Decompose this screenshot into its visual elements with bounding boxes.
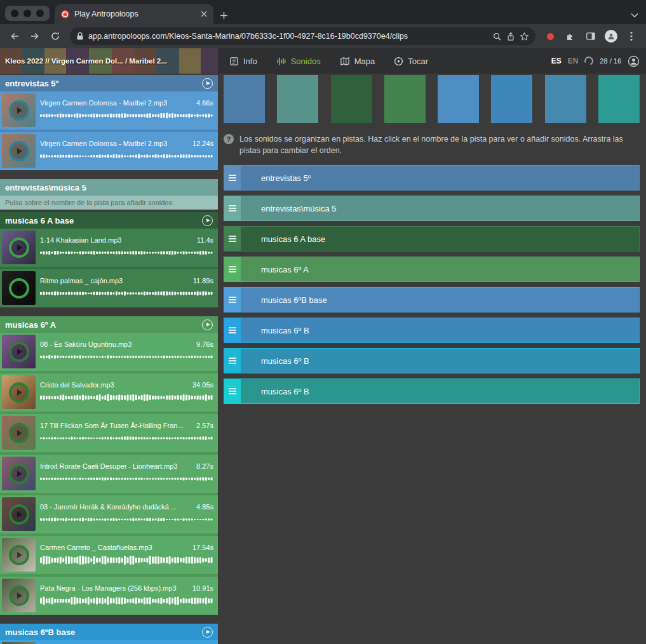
bookmark-star-icon[interactable] bbox=[520, 32, 529, 41]
drag-handle[interactable] bbox=[224, 227, 241, 251]
track-row[interactable]: musicas 6º B bbox=[224, 318, 640, 343]
clip-waveform[interactable] bbox=[40, 109, 213, 122]
clip-waveform[interactable] bbox=[40, 554, 213, 567]
track-color-swatch[interactable] bbox=[384, 75, 426, 123]
drag-handle[interactable] bbox=[224, 166, 241, 190]
clip[interactable]: 17 Till Flickan Som Är Tusen År-Halling … bbox=[0, 414, 218, 452]
clip[interactable]: Virgen Carmen Dolorosa - Maribel 2.mp34.… bbox=[0, 91, 218, 130]
drag-handle[interactable] bbox=[224, 318, 241, 342]
clip-play-icon[interactable] bbox=[9, 586, 29, 606]
tab-tocar[interactable]: Tocar bbox=[394, 57, 428, 66]
track-row[interactable]: entrevistas 5º bbox=[224, 165, 640, 191]
lang-en-button[interactable]: EN bbox=[568, 57, 579, 65]
track-header[interactable]: musicas 6ºB base bbox=[0, 624, 218, 640]
forward-button[interactable] bbox=[25, 27, 44, 46]
lang-es-button[interactable]: ES bbox=[551, 57, 562, 65]
share-icon[interactable] bbox=[506, 32, 515, 41]
back-button[interactable] bbox=[5, 27, 24, 46]
clip[interactable]: Carmen Carreto _ Castañuelas.mp317.54s bbox=[0, 536, 218, 574]
clip-waveform[interactable] bbox=[40, 432, 213, 445]
clip[interactable]: Pata Negra - Los Managers (256 kbps).mp3… bbox=[0, 577, 218, 615]
track-color-swatch[interactable] bbox=[545, 75, 586, 123]
play-track-button[interactable] bbox=[202, 215, 213, 226]
clip-duration: 12.24s bbox=[192, 140, 213, 147]
track-color-swatch[interactable] bbox=[598, 75, 640, 123]
track-section: musicas 6º A08 - Es Sakūru Uguntiņu.mp39… bbox=[0, 316, 218, 615]
track-header[interactable]: entrevistas 5º bbox=[0, 75, 218, 91]
tab-info[interactable]: Info bbox=[229, 57, 257, 66]
clip-waveform[interactable] bbox=[40, 150, 213, 163]
account-icon[interactable] bbox=[628, 55, 640, 67]
clip-waveform[interactable] bbox=[40, 351, 213, 363]
track-row[interactable]: musicas 6º B bbox=[224, 348, 640, 373]
tab-search-chevron-icon[interactable] bbox=[631, 13, 638, 18]
clip-waveform[interactable] bbox=[40, 287, 213, 300]
track-color-swatch[interactable] bbox=[491, 75, 532, 123]
track-header[interactable]: musicas 6 A base bbox=[0, 212, 218, 229]
tab-sonidos[interactable]: Sonidos bbox=[276, 57, 321, 66]
clip-play-icon[interactable] bbox=[9, 100, 29, 121]
recording-extension-icon[interactable] bbox=[541, 27, 560, 46]
extensions-puzzle-icon[interactable] bbox=[561, 27, 580, 46]
lock-icon[interactable] bbox=[76, 32, 84, 41]
breadcrumb[interactable]: Kleos 2022 // Virgen Carmen Dol... / Mar… bbox=[0, 48, 218, 74]
track-header[interactable]: entrevistas\música 5 bbox=[0, 179, 218, 196]
clip-waveform[interactable] bbox=[40, 473, 213, 485]
clip[interactable]: Cristo del Salvador.mp334.05s bbox=[0, 373, 218, 412]
track-row[interactable]: entrevistas\música 5 bbox=[224, 196, 640, 221]
menu-kebab-icon[interactable] bbox=[622, 27, 641, 46]
track-color-swatch[interactable] bbox=[224, 75, 265, 123]
zoom-window-button[interactable] bbox=[36, 10, 44, 17]
clip[interactable]: Ritmo palmas _ cajón.mp311.89s bbox=[0, 269, 218, 307]
clip-waveform[interactable] bbox=[40, 594, 213, 607]
play-track-button[interactable] bbox=[202, 78, 213, 89]
zoom-icon[interactable] bbox=[492, 32, 502, 41]
side-panel-icon[interactable] bbox=[581, 27, 600, 46]
clip-play-icon[interactable] bbox=[9, 342, 29, 362]
clip[interactable]: 1-14 Khakasian Land.mp311.4s bbox=[0, 229, 218, 267]
clip-play-icon[interactable] bbox=[9, 278, 29, 299]
track-color-swatch[interactable] bbox=[331, 75, 372, 123]
clip-play-icon[interactable] bbox=[9, 423, 29, 443]
clip[interactable]: 08 - Es Sakūru Uguntiņu.mp39.76s bbox=[0, 333, 218, 371]
clip[interactable]: BASE Pata Negra - Los Managers3.77s bbox=[0, 640, 218, 644]
track-color-swatch[interactable] bbox=[277, 75, 318, 123]
clip-waveform[interactable] bbox=[40, 513, 213, 526]
track-row[interactable]: musicas 6 A base bbox=[224, 226, 640, 252]
clip-play-icon[interactable] bbox=[9, 238, 29, 258]
clip-play-icon[interactable] bbox=[9, 382, 29, 403]
clip[interactable]: Introit Rorate Caeli Desuper - Lionheart… bbox=[0, 455, 218, 493]
track-row[interactable]: musicas 6º A bbox=[224, 257, 640, 282]
window-controls bbox=[5, 6, 50, 21]
clip[interactable]: 03 - Jaromír Horák & Konrádyho dudácká .… bbox=[0, 495, 218, 533]
track-header[interactable]: musicas 6º A bbox=[0, 316, 218, 333]
drag-handle[interactable] bbox=[224, 349, 241, 373]
play-track-button[interactable] bbox=[202, 319, 213, 330]
clip[interactable]: Virgen Carmen Dolorosa - Maribel 2.mp312… bbox=[0, 132, 218, 170]
minimize-window-button[interactable] bbox=[24, 10, 31, 17]
track-color-swatch[interactable] bbox=[438, 75, 479, 123]
tab-close-icon[interactable] bbox=[201, 11, 207, 17]
new-tab-button[interactable] bbox=[220, 11, 228, 20]
close-window-button[interactable] bbox=[11, 10, 18, 17]
profile-avatar-icon[interactable] bbox=[602, 27, 621, 46]
url-text[interactable]: app.antropoloops.com/Kleos-Santa-Marina/… bbox=[88, 32, 488, 41]
track-row[interactable]: musicas 6ºB base bbox=[224, 287, 640, 312]
drag-handle[interactable] bbox=[224, 379, 241, 403]
clip-play-icon[interactable] bbox=[9, 464, 29, 484]
clip-title: Virgen Carmen Dolorosa - Maribel 2.mp3 bbox=[40, 99, 167, 107]
drag-handle[interactable] bbox=[224, 196, 241, 220]
clip-waveform[interactable] bbox=[40, 246, 213, 259]
clip-play-icon[interactable] bbox=[9, 504, 29, 525]
address-bar[interactable]: app.antropoloops.com/Kleos-Santa-Marina/… bbox=[70, 27, 535, 45]
clip-play-icon[interactable] bbox=[9, 545, 29, 565]
track-row[interactable]: musicas 6º B bbox=[224, 379, 640, 404]
clip-play-icon[interactable] bbox=[9, 141, 29, 161]
clip-waveform[interactable] bbox=[40, 391, 213, 404]
drag-handle[interactable] bbox=[224, 257, 241, 281]
drag-handle[interactable] bbox=[224, 288, 241, 312]
browser-tab[interactable]: Play Antropoloops bbox=[55, 4, 213, 24]
reload-button[interactable] bbox=[46, 27, 65, 46]
tab-mapa[interactable]: Mapa bbox=[340, 57, 375, 66]
play-track-button[interactable] bbox=[202, 627, 213, 638]
